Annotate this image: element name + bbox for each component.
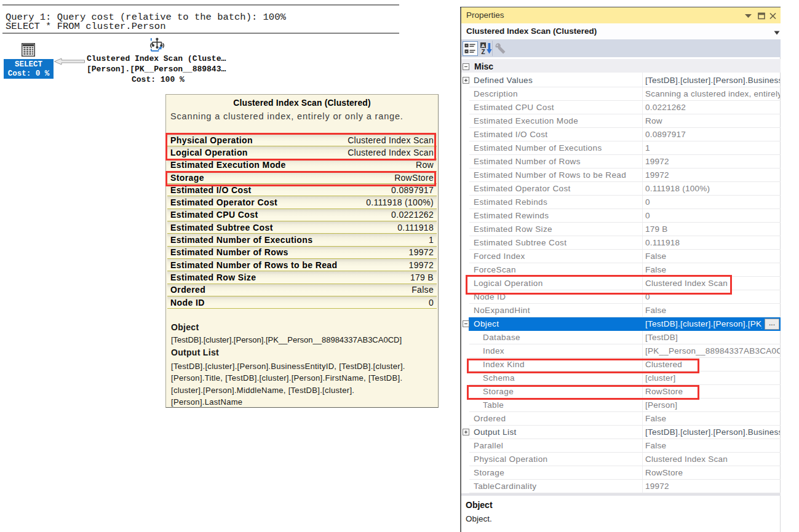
svg-text:Z: Z <box>481 49 485 55</box>
svg-text:A: A <box>482 43 485 49</box>
